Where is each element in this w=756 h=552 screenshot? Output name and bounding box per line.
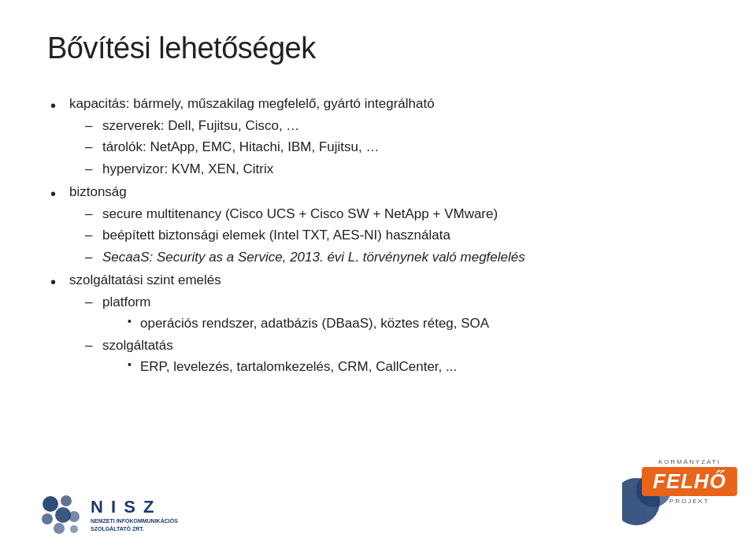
list-item: operációs rendszer, adatbázis (DBaaS), k… xyxy=(126,313,709,334)
svg-point-4 xyxy=(69,511,80,522)
nisz-subtitle: NEMZETI INFOKOMMUNIKÁCIÓSSZOLGÁLTATÓ ZRT… xyxy=(91,517,178,532)
szolgaltatas-label: szolgáltatás xyxy=(102,338,173,353)
list-item: biztonság secure multitenancy (Cisco UCS… xyxy=(47,182,709,267)
platform-sublist: operációs rendszer, adatbázis (DBaaS), k… xyxy=(102,313,709,334)
svg-point-5 xyxy=(54,523,65,534)
nisz-circles-icon xyxy=(39,493,83,536)
sub1-2: tárolók: NetApp, EMC, Hitachi, IBM, Fuji… xyxy=(102,139,379,154)
kormanyzati-label: KORMÁNYZATI xyxy=(658,458,721,465)
svg-point-1 xyxy=(61,495,72,506)
list-item: tárolók: NetApp, EMC, Hitachi, IBM, Fuji… xyxy=(85,137,709,157)
felho-badge: FELHŐ xyxy=(642,467,737,496)
nisz-name: N I S Z xyxy=(91,497,178,517)
list-item: kapacitás: bármely, műszakilag megfelelő… xyxy=(47,94,709,179)
sub1-1: szerverek: Dell, Fujitsu, Cisco, … xyxy=(102,118,299,133)
svg-point-3 xyxy=(55,507,71,523)
bottom-logos: N I S Z NEMZETI INFOKOMMUNIKÁCIÓSSZOLGÁL… xyxy=(0,458,756,536)
bullet2-sublist: secure multitenancy (Cisco UCS + Cisco S… xyxy=(69,204,709,268)
bullet2-text: biztonság xyxy=(69,184,127,199)
list-item: SecaaS: Security as a Service, 2013. évi… xyxy=(85,247,709,268)
szolgaltatas-sub1: ERP, levelezés, tartalomkezelés, CRM, Ca… xyxy=(140,359,457,374)
felho-logo-container: KORMÁNYZATI FELHŐ PROJEKT xyxy=(622,458,717,536)
bullet3-sublist: platform operációs rendszer, adatbázis (… xyxy=(69,292,709,377)
sub2-2: beépített biztonsági elemek (Intel TXT, … xyxy=(102,228,450,243)
slide-title: Bővítési lehetőségek xyxy=(47,31,709,65)
slide: Bővítési lehetőségek kapacitás: bármely,… xyxy=(0,0,756,552)
sub2-3: SecaaS: Security as a Service, 2013. évi… xyxy=(102,250,525,265)
list-item: beépített biztonsági elemek (Intel TXT, … xyxy=(85,225,709,246)
sub1-3: hypervizor: KVM, XEN, Citrix xyxy=(102,161,273,176)
platform-sub1: operációs rendszer, adatbázis (DBaaS), k… xyxy=(140,316,489,331)
platform-label: platform xyxy=(102,295,150,309)
list-item: szolgáltatási szint emelés platform oper… xyxy=(47,270,709,377)
list-item: secure multitenancy (Cisco UCS + Cisco S… xyxy=(85,204,709,224)
list-item: szerverek: Dell, Fujitsu, Cisco, … xyxy=(85,116,709,136)
nisz-text: N I S Z NEMZETI INFOKOMMUNIKÁCIÓSSZOLGÁL… xyxy=(91,497,178,532)
content-area: kapacitás: bármely, műszakilag megfelelő… xyxy=(47,94,709,377)
main-list: kapacitás: bármely, műszakilag megfelelő… xyxy=(47,94,709,377)
sub2-1: secure multitenancy (Cisco UCS + Cisco S… xyxy=(102,206,498,221)
svg-point-2 xyxy=(42,513,53,524)
nisz-logo: N I S Z NEMZETI INFOKOMMUNIKÁCIÓSSZOLGÁL… xyxy=(39,493,178,536)
felho-badge-group: KORMÁNYZATI FELHŐ PROJEKT xyxy=(642,458,737,505)
svg-point-0 xyxy=(43,496,58,512)
bullet1-sublist: szerverek: Dell, Fujitsu, Cisco, … tárol… xyxy=(69,116,709,180)
szolgaltatas-sublist: ERP, levelezés, tartalomkezelés, CRM, Ca… xyxy=(102,357,709,377)
list-item: ERP, levelezés, tartalomkezelés, CRM, Ca… xyxy=(126,357,709,377)
list-item: szolgáltatás ERP, levelezés, tartalomkez… xyxy=(85,335,709,377)
bullet3-text: szolgáltatási szint emelés xyxy=(69,272,221,287)
list-item: hypervizor: KVM, XEN, Citrix xyxy=(85,159,709,180)
projekt-label: PROJEKT xyxy=(669,498,710,505)
bullet1-text: kapacitás: bármely, műszakilag megfelelő… xyxy=(69,96,435,111)
svg-point-6 xyxy=(70,525,78,533)
list-item: platform operációs rendszer, adatbázis (… xyxy=(85,292,709,334)
